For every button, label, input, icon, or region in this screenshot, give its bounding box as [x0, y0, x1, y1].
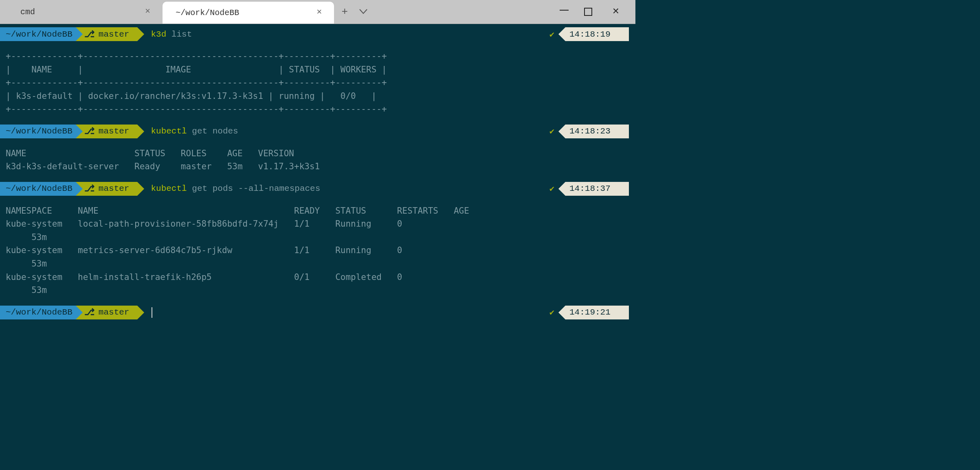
timestamp: 14:18:23	[565, 125, 629, 138]
timestamp: 14:19:21	[565, 306, 629, 319]
prompt-branch: ⎇ master	[83, 27, 138, 41]
powerline-arrow-icon	[137, 27, 144, 41]
prompt-path: ~/work/NodeBB	[0, 125, 76, 138]
tab-label: cmd	[20, 7, 35, 17]
powerline-arrow-icon	[76, 27, 83, 41]
command-binary: k3d	[151, 30, 166, 39]
status-cluster: ✔ 14:19:21	[545, 306, 635, 319]
command-args: list	[166, 30, 192, 39]
tab-label: ~/work/NodeBB	[176, 8, 239, 17]
chevron-down-icon[interactable]	[359, 7, 367, 17]
time-text: 14:18:23	[569, 127, 611, 136]
git-branch-icon: ⎇	[84, 307, 94, 318]
time-text: 14:18:19	[569, 30, 611, 39]
path-text: ~/work/NodeBB	[6, 308, 73, 317]
prompt-row: ~/work/NodeBB ⎇ master k3d list ✔ 14:18:…	[0, 27, 635, 41]
command-input[interactable]: k3d list	[144, 27, 545, 41]
powerline-arrow-icon	[76, 306, 83, 319]
command-args: get nodes	[187, 127, 238, 136]
powerline-arrow-icon	[76, 125, 83, 138]
command-output: +-------------+-------------------------…	[0, 50, 635, 116]
powerline-arrow-icon	[558, 306, 565, 319]
status-cluster: ✔ 14:18:23	[545, 125, 635, 138]
window-controls: ×	[560, 0, 635, 24]
terminal[interactable]: ~/work/NodeBB ⎇ master k3d list ✔ 14:18:…	[0, 24, 635, 332]
command-binary: kubectl	[151, 127, 187, 136]
prompt-path: ~/work/NodeBB	[0, 27, 76, 41]
command-output: NAME STATUS ROLES AGE VERSION k3d-k3s-de…	[0, 147, 635, 173]
branch-text: master	[99, 184, 130, 193]
tab-cmd[interactable]: cmd ×	[7, 0, 163, 24]
tab-tools: +	[334, 0, 367, 24]
cursor-icon	[152, 307, 152, 318]
powerline-arrow-icon	[76, 182, 83, 196]
command-args: get pods --all-namespaces	[187, 184, 321, 193]
branch-text: master	[99, 30, 130, 39]
powerline-arrow-icon	[137, 306, 144, 319]
check-icon: ✔	[545, 125, 558, 138]
time-text: 14:18:37	[569, 184, 611, 193]
powerline-arrow-icon	[137, 125, 144, 138]
tab-nodebb[interactable]: ~/work/NodeBB ×	[163, 2, 334, 24]
branch-text: master	[99, 127, 130, 136]
timestamp: 14:18:37	[565, 182, 629, 196]
new-tab-icon[interactable]: +	[341, 6, 348, 18]
command-input[interactable]: kubectl get nodes	[144, 125, 545, 138]
status-cluster: ✔ 14:18:19	[545, 27, 635, 41]
command-output: NAMESPACE NAME READY STATUS RESTARTS AGE…	[0, 204, 635, 297]
prompt-row: ~/work/NodeBB ⎇ master kubectl get nodes…	[0, 125, 635, 138]
prompt-branch: ⎇ master	[83, 306, 138, 319]
time-text: 14:19:21	[569, 308, 611, 317]
maximize-icon[interactable]	[584, 8, 592, 16]
git-branch-icon: ⎇	[84, 183, 94, 194]
tab-bar: cmd × ~/work/NodeBB × + ×	[0, 0, 635, 24]
prompt-branch: ⎇ master	[83, 182, 138, 196]
path-text: ~/work/NodeBB	[6, 127, 73, 136]
command-binary: kubectl	[151, 184, 187, 193]
close-icon[interactable]: ×	[143, 7, 152, 16]
prompt-row: ~/work/NodeBB ⎇ master kubectl get pods …	[0, 182, 635, 196]
path-text: ~/work/NodeBB	[6, 184, 73, 193]
minimize-icon[interactable]	[560, 10, 569, 11]
prompt-row: ~/work/NodeBB ⎇ master ✔ 14:19:21	[0, 306, 635, 319]
timestamp: 14:18:19	[565, 27, 629, 41]
close-window-icon[interactable]: ×	[608, 6, 624, 17]
prompt-path: ~/work/NodeBB	[0, 182, 76, 196]
branch-text: master	[99, 308, 130, 317]
prompt-path: ~/work/NodeBB	[0, 306, 76, 319]
status-cluster: ✔ 14:18:37	[545, 182, 635, 196]
path-text: ~/work/NodeBB	[6, 30, 73, 39]
check-icon: ✔	[545, 182, 558, 196]
command-input[interactable]	[144, 306, 545, 319]
check-icon: ✔	[545, 27, 558, 41]
prompt-branch: ⎇ master	[83, 125, 138, 138]
close-icon[interactable]: ×	[315, 8, 323, 17]
powerline-arrow-icon	[558, 182, 565, 196]
powerline-arrow-icon	[558, 125, 565, 138]
git-branch-icon: ⎇	[84, 126, 94, 137]
check-icon: ✔	[545, 306, 558, 319]
powerline-arrow-icon	[558, 27, 565, 41]
powerline-arrow-icon	[137, 182, 144, 196]
git-branch-icon: ⎇	[84, 29, 94, 40]
command-input[interactable]: kubectl get pods --all-namespaces	[144, 182, 545, 196]
